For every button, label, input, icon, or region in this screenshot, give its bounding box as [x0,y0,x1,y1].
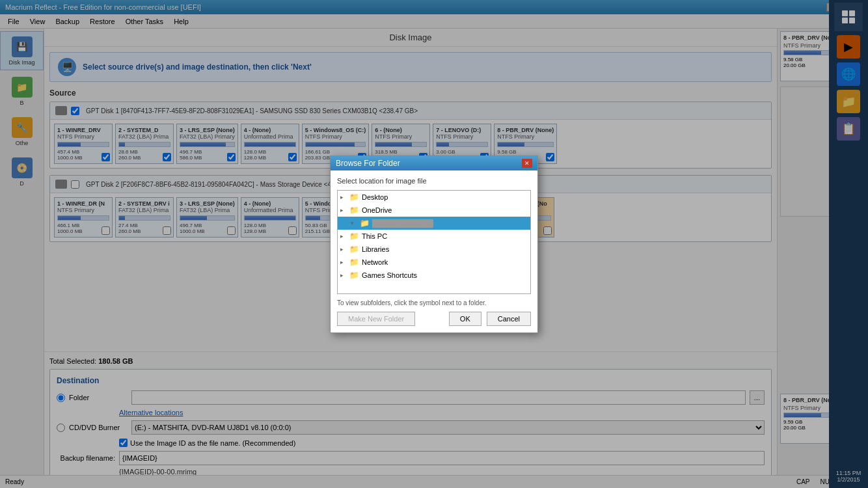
folder-icon: 📁 [349,232,359,241]
folder-name: ████████████ [372,219,433,227]
folder-icon: 📁 [349,271,359,280]
folder-arrow: ▸ [340,259,347,265]
folder-arrow: ▸ [340,207,347,213]
folder-tree-item[interactable]: ▸ 📁 OneDrive [338,204,530,217]
folder-name: Libraries [362,245,389,253]
folder-name: OneDrive [362,206,392,214]
folder-icon: 📁 [349,193,359,202]
ok-button[interactable]: OK [449,312,481,326]
folder-arrow: ▸ [340,246,347,252]
folder-tree-item[interactable]: ▸ 📁 Desktop [338,191,530,204]
folder-icon: 📁 [349,258,359,267]
folder-tree-item[interactable]: ▸ 📁 Network [338,256,530,269]
modal-instruction: Select location for image file [337,177,531,185]
make-new-folder-button[interactable]: Make New Folder [337,312,415,326]
folder-tree-item[interactable]: ▸ 📁 Games Shortcuts [338,269,530,282]
folder-arrow: ▸ [340,233,347,239]
folder-name: Network [362,258,388,266]
modal-overlay: Browse For Folder ✕ Select location for … [0,0,868,488]
folder-name: Desktop [362,193,388,201]
folder-tree[interactable]: ▸ 📁 Desktop ▸ 📁 OneDrive ▾ 📁 ███████████… [337,190,531,294]
folder-tree-wrap: ▸ 📁 Desktop ▸ 📁 OneDrive ▾ 📁 ███████████… [337,190,531,294]
folder-icon: 📁 [360,219,370,228]
folder-icon: 📁 [349,245,359,254]
folder-icon: 📁 [349,206,359,215]
folder-tree-item[interactable]: ▸ 📁 This PC [338,230,530,243]
folder-name: This PC [362,232,387,240]
cancel-button[interactable]: Cancel [487,312,531,326]
browse-for-folder-dialog: Browse For Folder ✕ Select location for … [330,156,538,333]
folder-name: Games Shortcuts [362,271,417,279]
ok-cancel-group: OK Cancel [449,312,531,326]
folder-arrow: ▸ [340,272,347,278]
folder-tree-item[interactable]: ▸ 📁 Libraries [338,243,530,256]
modal-body: Select location for image file ▸ 📁 Deskt… [331,170,537,332]
modal-title: Browse For Folder [336,159,400,168]
folder-arrow: ▾ [351,220,357,226]
modal-titlebar: Browse For Folder ✕ [331,156,537,170]
modal-buttons: Make New Folder OK Cancel [337,312,531,326]
folder-tree-item[interactable]: ▾ 📁 ████████████ [338,217,530,230]
modal-close-button[interactable]: ✕ [522,159,532,168]
folder-arrow: ▸ [340,194,347,200]
modal-hint: To view subfolders, click the symbol nex… [337,299,531,306]
